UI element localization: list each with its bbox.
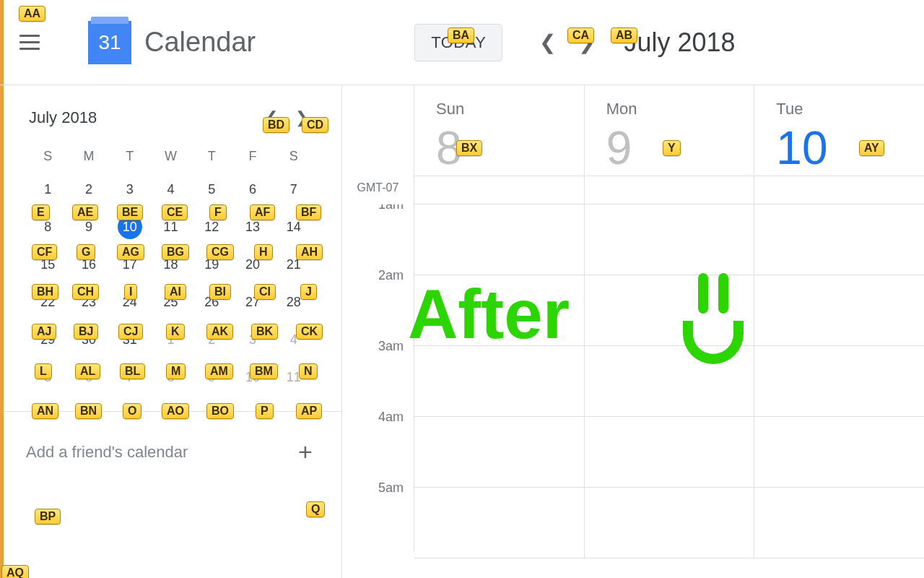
- hint-CJ: CJ: [118, 324, 143, 340]
- mini-calendar-day[interactable]: 5: [193, 177, 231, 202]
- hint-I: I: [124, 284, 137, 300]
- overlay-after-text: After: [408, 275, 570, 354]
- time-slot[interactable]: [585, 417, 755, 488]
- mini-dow-header: M: [70, 149, 108, 164]
- hint-AM: AM: [205, 363, 233, 379]
- allday-slot[interactable]: [585, 176, 755, 204]
- logo-day-number: 31: [98, 31, 121, 54]
- time-slot[interactable]: [414, 346, 585, 417]
- add-friend-calendar-input[interactable]: Add a friend's calendar: [26, 443, 188, 462]
- timezone-column-header: [342, 85, 414, 175]
- hint-E: E: [32, 204, 50, 220]
- time-slot[interactable]: [585, 488, 755, 558]
- day-column-header[interactable]: Tue10: [754, 85, 924, 175]
- hint-BX: BX: [456, 140, 482, 156]
- hint-BI: BI: [209, 284, 231, 300]
- time-slot[interactable]: [414, 488, 585, 558]
- main-menu-button[interactable]: [14, 27, 45, 58]
- hour-label: 3am: [342, 339, 414, 410]
- hint-AE: AE: [72, 204, 98, 220]
- hint-BK: BK: [251, 324, 278, 340]
- hint-H: H: [254, 244, 273, 260]
- time-slot[interactable]: [754, 488, 924, 558]
- mini-dow-header: W: [152, 149, 190, 164]
- mini-dow-header: S: [274, 149, 313, 164]
- hint-J: J: [300, 284, 317, 300]
- hint-CH: CH: [72, 284, 99, 300]
- mini-calendar-day[interactable]: 4: [152, 177, 190, 202]
- current-period-label: July 2018: [624, 27, 735, 58]
- hint-N: N: [299, 363, 318, 379]
- hint-BD: BD: [263, 117, 289, 133]
- calendar-logo: 31: [88, 21, 131, 64]
- hint-BL: BL: [120, 363, 145, 379]
- hint-G: G: [77, 244, 95, 260]
- day-number: 10: [776, 121, 924, 175]
- hint-CF: CF: [32, 244, 57, 260]
- hint-CA: CA: [567, 27, 594, 43]
- timezone-label: GMT-07: [342, 176, 414, 204]
- add-calendar-button[interactable]: +: [291, 438, 320, 466]
- hint-AN: AN: [32, 403, 58, 419]
- allday-slot[interactable]: [414, 176, 585, 204]
- mini-calendar-day[interactable]: 6: [234, 177, 272, 202]
- hint-Y: Y: [663, 140, 681, 156]
- hint-BG: BG: [162, 244, 189, 260]
- time-slot[interactable]: [414, 204, 585, 275]
- overlay-smiley-icon: [683, 273, 744, 364]
- mini-calendar-day[interactable]: 1: [29, 177, 67, 202]
- hint-AG: AG: [117, 244, 144, 260]
- hint-Q: Q: [306, 501, 325, 517]
- day-column-header[interactable]: Mon9: [585, 85, 755, 175]
- time-slot[interactable]: [754, 417, 924, 488]
- hint-BM: BM: [250, 363, 278, 379]
- hint-O: O: [123, 403, 141, 419]
- mini-dow-header: F: [234, 149, 272, 164]
- hint-AQ: AQ: [1, 565, 29, 578]
- mini-dow-header: T: [193, 149, 231, 164]
- hint-AP: AP: [296, 403, 322, 419]
- hint-BA: BA: [448, 27, 474, 43]
- mini-calendar-day[interactable]: 2: [70, 177, 108, 202]
- day-of-week-label: Mon: [606, 100, 754, 118]
- hint-K: K: [166, 324, 185, 340]
- hint-BH: BH: [32, 284, 58, 300]
- hour-label: 2am: [342, 268, 414, 339]
- mini-calendar: July 2018 ❮ ❯ SMTWTFS1234567891011121314…: [0, 85, 341, 397]
- day-of-week-label: Tue: [776, 100, 924, 118]
- hint-BO: BO: [206, 403, 234, 419]
- window-left-edge: [0, 0, 4, 578]
- mini-dow-header: T: [110, 149, 149, 164]
- hint-AY: AY: [859, 140, 884, 156]
- hint-CE: CE: [162, 204, 188, 220]
- hint-BE: BE: [117, 204, 143, 220]
- hint-AL: AL: [75, 363, 100, 379]
- hint-AO: AO: [162, 403, 189, 419]
- hint-AJ: AJ: [32, 324, 56, 340]
- time-slot[interactable]: [754, 275, 924, 346]
- time-slot[interactable]: [754, 346, 924, 417]
- time-slot[interactable]: [585, 204, 755, 275]
- hint-L: L: [35, 363, 52, 379]
- hint-BP: BP: [35, 509, 61, 525]
- day-column-header[interactable]: Sun8: [414, 85, 585, 175]
- hour-label: 1am: [342, 204, 414, 268]
- hint-AB: AB: [611, 27, 637, 43]
- mini-calendar-day[interactable]: 3: [110, 177, 149, 202]
- hint-AI: AI: [165, 284, 186, 300]
- hint-AK: AK: [206, 324, 233, 340]
- hint-AF: AF: [250, 204, 275, 220]
- mini-calendar-title: July 2018: [29, 108, 97, 127]
- allday-slot[interactable]: [754, 176, 924, 204]
- hint-AH: AH: [296, 244, 323, 260]
- time-slot[interactable]: [754, 204, 924, 275]
- prev-period-button[interactable]: ❮: [531, 27, 563, 59]
- hint-CD: CD: [302, 117, 328, 133]
- time-slot[interactable]: [414, 417, 585, 488]
- day-of-week-label: Sun: [436, 100, 584, 118]
- hint-BN: BN: [75, 403, 102, 419]
- mini-calendar-day[interactable]: 7: [274, 177, 313, 202]
- hint-CI: CI: [254, 284, 276, 300]
- app-title: Calendar: [144, 27, 256, 58]
- hint-BF: BF: [296, 204, 321, 220]
